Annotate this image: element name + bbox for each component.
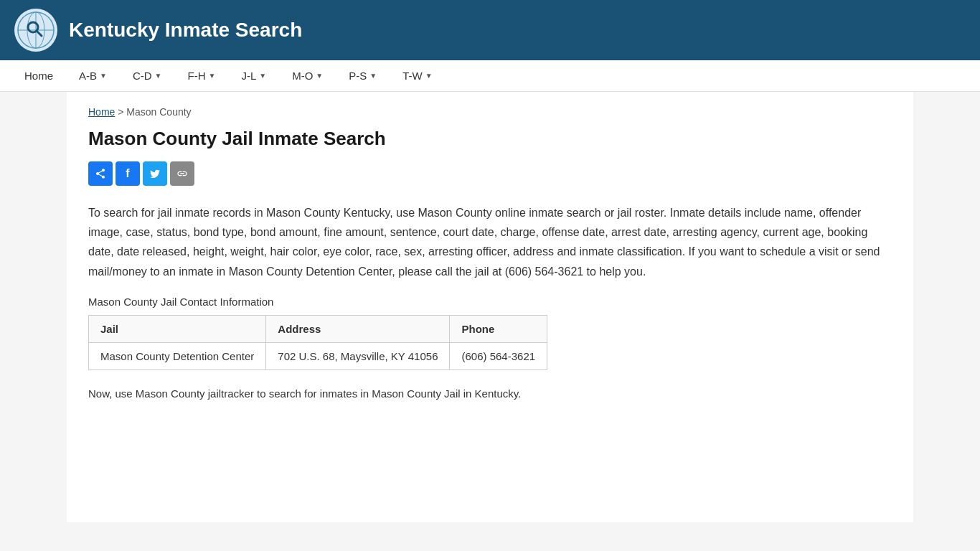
breadcrumb-current: Mason County: [126, 106, 191, 118]
nav-mo-arrow: ▼: [316, 72, 323, 80]
table-row: Mason County Detention Center 702 U.S. 6…: [89, 342, 547, 369]
nav-mo[interactable]: M-O ▼: [279, 60, 336, 91]
copy-link-button[interactable]: [170, 161, 194, 186]
nav-jl-arrow: ▼: [259, 72, 266, 80]
nav-fh[interactable]: F-H ▼: [175, 60, 229, 91]
nav-tw-arrow: ▼: [425, 72, 433, 80]
footer-description: Now, use Mason County jailtracker to sea…: [88, 385, 892, 403]
nav-home[interactable]: Home: [11, 60, 66, 91]
nav-cd-arrow: ▼: [155, 72, 162, 80]
site-header: Kentucky Inmate Search: [0, 0, 980, 60]
breadcrumb-separator: >: [118, 106, 123, 118]
breadcrumb: Home > Mason County: [88, 106, 892, 118]
nav-jl[interactable]: J-L ▼: [228, 60, 279, 91]
col-jail: Jail: [89, 315, 266, 342]
site-title: Kentucky Inmate Search: [69, 19, 302, 42]
contact-table: Jail Address Phone Mason County Detentio…: [88, 315, 547, 370]
nav-ab-arrow: ▼: [100, 72, 107, 80]
nav-fh-arrow: ▼: [209, 72, 216, 80]
col-address: Address: [266, 315, 450, 342]
share-button[interactable]: [88, 161, 113, 186]
nav-cd[interactable]: C-D ▼: [120, 60, 175, 91]
page-title: Mason County Jail Inmate Search: [88, 128, 892, 150]
main-content: Home > Mason County Mason County Jail In…: [67, 92, 913, 522]
social-share-bar: f: [88, 161, 892, 186]
twitter-button[interactable]: [143, 161, 167, 186]
cell-address: 702 U.S. 68, Maysville, KY 41056: [266, 342, 450, 369]
nav-ps[interactable]: P-S ▼: [336, 60, 390, 91]
nav-tw[interactable]: T-W ▼: [390, 60, 445, 91]
cell-jail-name: Mason County Detention Center: [89, 342, 266, 369]
site-logo: [14, 9, 57, 52]
nav-ab[interactable]: A-B ▼: [66, 60, 120, 91]
col-phone: Phone: [450, 315, 547, 342]
page-description: To search for jail inmate records in Mas…: [88, 203, 892, 281]
nav-ps-arrow: ▼: [369, 72, 377, 80]
facebook-button[interactable]: f: [116, 161, 140, 186]
cell-phone: (606) 564-3621: [450, 342, 547, 369]
main-nav: Home A-B ▼ C-D ▼ F-H ▼ J-L ▼ M-O ▼ P-S ▼…: [0, 60, 980, 92]
table-header-row: Jail Address Phone: [89, 315, 547, 342]
contact-info-heading: Mason County Jail Contact Information: [88, 296, 892, 308]
facebook-icon: f: [126, 167, 129, 180]
breadcrumb-home-link[interactable]: Home: [88, 106, 115, 118]
